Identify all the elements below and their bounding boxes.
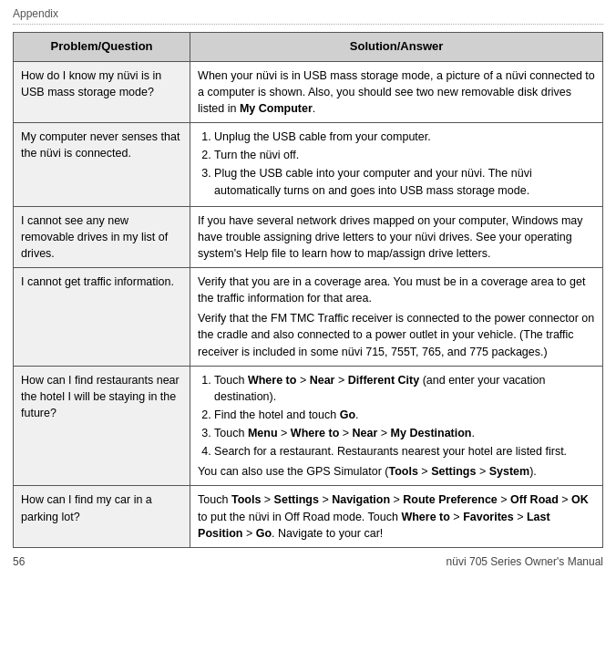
col-header-question: Problem/Question: [14, 33, 190, 62]
paragraph: Verify that the FM TMC Traffic receiver …: [198, 310, 595, 359]
list-item: Search for a restaurant. Restaurants nea…: [214, 443, 595, 460]
list-item: Touch Where to > Near > Different City (…: [214, 372, 595, 405]
col-header-answer: Solution/Answer: [190, 33, 603, 62]
table-row: How can I find my car in a parking lot?T…: [14, 486, 603, 547]
list-item: Unplug the USB cable from your computer.: [214, 129, 595, 145]
question-cell: How can I find restaurants near the hote…: [14, 366, 190, 486]
table-row: How can I find restaurants near the hote…: [14, 366, 603, 486]
answer-cell: Unplug the USB cable from your computer.…: [190, 123, 603, 207]
table-row: I cannot see any new removable drives in…: [14, 206, 603, 267]
footer-manual-title: nüvi 705 Series Owner's Manual: [447, 555, 603, 568]
list-item: Plug the USB cable into your computer an…: [214, 165, 595, 198]
table-row: My computer never senses that the nüvi i…: [14, 123, 603, 207]
table-row: I cannot get traffic information.Verify …: [14, 268, 603, 367]
list-item: Touch Menu > Where to > Near > My Destin…: [214, 425, 595, 441]
page-footer: 56 nüvi 705 Series Owner's Manual: [13, 555, 603, 568]
paragraph: Verify that you are in a coverage area. …: [198, 274, 595, 306]
footer-page-number: 56: [13, 555, 25, 568]
question-cell: My computer never senses that the nüvi i…: [14, 123, 190, 207]
question-cell: How do I know my nüvi is in USB mass sto…: [14, 61, 190, 122]
page-header: Appendix: [13, 7, 603, 25]
answer-footer: You can also use the GPS Simulator (Tool…: [198, 463, 595, 480]
answer-cell: If you have several network drives mappe…: [190, 206, 603, 267]
answer-cell: Touch Tools > Settings > Navigation > Ro…: [190, 486, 603, 547]
list-item: Find the hotel and touch Go.: [214, 407, 595, 423]
answer-cell: Touch Where to > Near > Different City (…: [190, 366, 603, 486]
page-container: Appendix Problem/Question Solution/Answe…: [0, 0, 616, 581]
list-item: Turn the nüvi off.: [214, 147, 595, 163]
question-cell: I cannot get traffic information.: [14, 268, 190, 367]
question-cell: How can I find my car in a parking lot?: [14, 486, 190, 547]
answer-cell: Verify that you are in a coverage area. …: [190, 268, 603, 367]
question-cell: I cannot see any new removable drives in…: [14, 206, 190, 267]
header-label: Appendix: [13, 7, 58, 20]
faq-table: Problem/Question Solution/Answer How do …: [13, 32, 603, 548]
answer-cell: When your nüvi is in USB mass storage mo…: [190, 61, 603, 122]
table-row: How do I know my nüvi is in USB mass sto…: [14, 61, 603, 122]
